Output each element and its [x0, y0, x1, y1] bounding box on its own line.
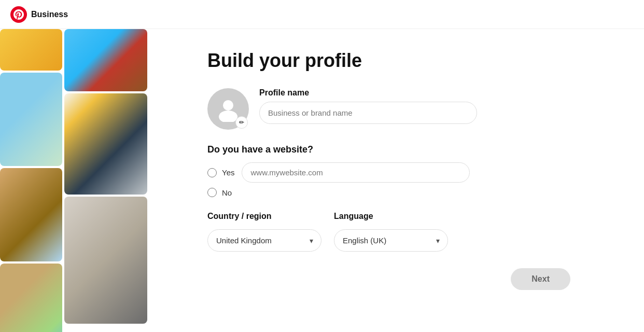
website-no-radio[interactable]	[207, 188, 217, 197]
website-section: Do you have a website? Yes No	[207, 144, 603, 197]
language-select[interactable]: English (UK) English (US) French German …	[334, 229, 448, 252]
language-label: Language	[334, 212, 448, 221]
gallery-image-2	[0, 73, 62, 166]
language-group: Language English (UK) English (US) Frenc…	[334, 212, 448, 252]
pinterest-logo	[10, 6, 27, 23]
form-panel: Build your profile ✏ Profile name Do you…	[166, 29, 644, 332]
image-gallery	[0, 29, 166, 332]
image-column-1	[0, 29, 62, 332]
language-select-wrapper: English (UK) English (US) French German …	[334, 229, 448, 252]
header: Business	[0, 0, 644, 29]
image-column-2	[64, 29, 147, 332]
profile-name-section: Profile name	[259, 88, 603, 124]
location-language-row: Country / region United Kingdom United S…	[207, 212, 603, 252]
country-label: Country / region	[207, 212, 321, 221]
gallery-image-3	[0, 168, 62, 261]
website-no-label: No	[222, 188, 232, 197]
country-select[interactable]: United Kingdom United States Canada Aust…	[207, 229, 321, 252]
gallery-image-7	[64, 197, 147, 324]
edit-avatar-button[interactable]: ✏	[235, 116, 248, 129]
country-select-wrapper: United Kingdom United States Canada Aust…	[207, 229, 321, 252]
main-content: Build your profile ✏ Profile name Do you…	[0, 29, 644, 332]
website-yes-label: Yes	[222, 168, 234, 177]
website-no-row: No	[207, 188, 603, 197]
gallery-image-1	[0, 29, 62, 71]
gallery-image-5	[64, 29, 147, 91]
website-radio-group: Yes No	[207, 162, 603, 197]
gallery-image-6	[64, 93, 147, 195]
svg-point-0	[10, 6, 27, 23]
website-yes-radio[interactable]	[207, 168, 217, 177]
svg-point-2	[219, 110, 237, 122]
profile-name-label: Profile name	[259, 88, 603, 98]
website-url-input[interactable]	[242, 162, 470, 183]
profile-name-row: ✏ Profile name	[207, 88, 603, 130]
next-button[interactable]: Next	[511, 268, 570, 290]
header-title: Business	[31, 10, 68, 19]
website-label: Do you have a website?	[207, 144, 603, 155]
form-actions: Next	[207, 268, 570, 290]
profile-name-input[interactable]	[259, 102, 477, 124]
svg-point-1	[223, 100, 233, 110]
website-yes-row: Yes	[207, 162, 603, 183]
country-group: Country / region United Kingdom United S…	[207, 212, 321, 252]
page-title: Build your profile	[207, 50, 603, 72]
gallery-image-4	[0, 264, 62, 332]
avatar-container[interactable]: ✏	[207, 88, 249, 130]
